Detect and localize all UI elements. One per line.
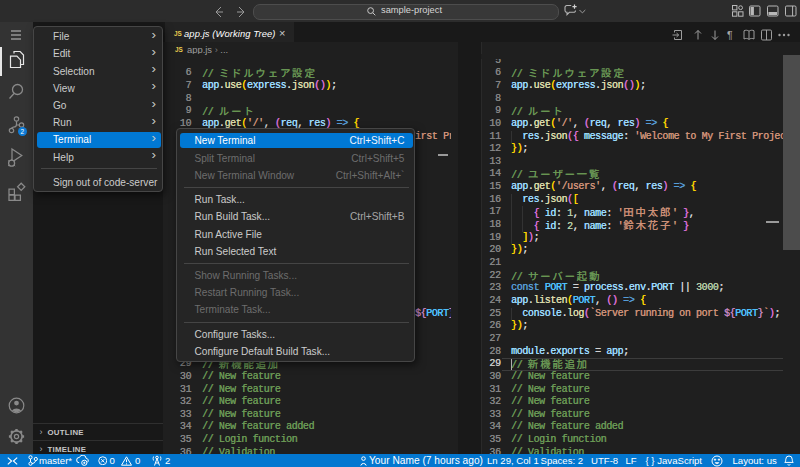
svg-text:¶: ¶ bbox=[727, 29, 733, 41]
